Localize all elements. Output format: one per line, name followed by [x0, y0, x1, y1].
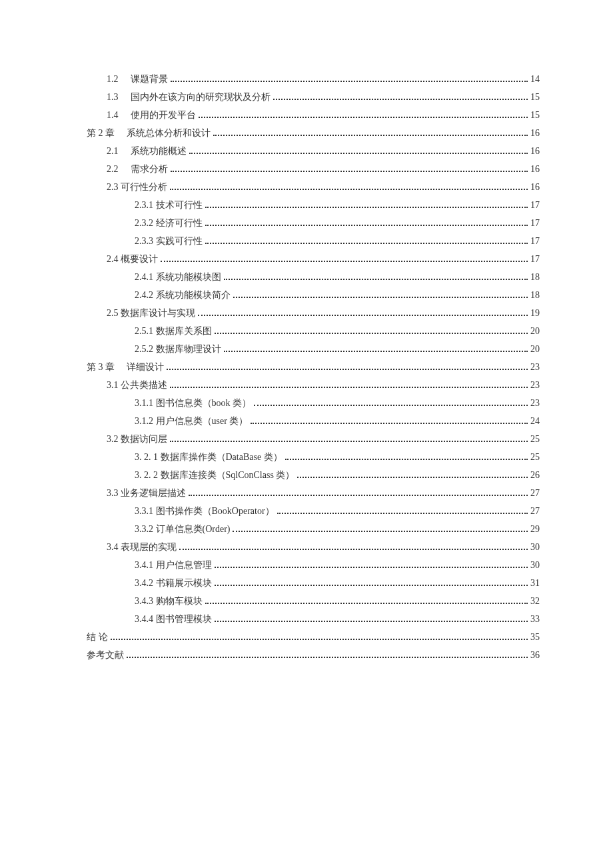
toc-entry: 2.3 可行性分析16	[87, 181, 540, 193]
toc-leader-dots	[224, 351, 528, 352]
toc-title: 3.4 表现层的实现	[107, 541, 177, 553]
toc-page-number: 29	[530, 524, 540, 535]
toc-title: 2.4.2 系统功能模块简介	[135, 289, 231, 301]
toc-entry: 3.3 业务逻辑层描述27	[87, 487, 540, 499]
toc-number: 2.1	[107, 146, 119, 157]
toc-title: 参考文献	[87, 649, 124, 661]
toc-entry: 3. 2. 2 数据库连接类（SqlConClass 类）26	[87, 469, 540, 481]
toc-leader-dots	[171, 81, 528, 82]
toc-title: 2.4 概要设计	[107, 253, 158, 265]
toc-page-number: 16	[530, 182, 540, 193]
toc-leader-dots	[215, 333, 528, 334]
toc-page-number: 20	[530, 326, 540, 337]
toc-page-number: 16	[530, 146, 540, 157]
toc-leader-dots	[167, 369, 528, 370]
toc-leader-dots	[189, 153, 528, 154]
toc-leader-dots	[273, 99, 528, 100]
toc-leader-dots	[161, 261, 528, 262]
toc-title: 2.3.1 技术可行性	[135, 199, 203, 211]
toc-title: 2.5.2 数据库物理设计	[135, 343, 221, 355]
toc-title: 使用的开发平台	[131, 109, 196, 121]
toc-entry: 结 论35	[87, 631, 540, 643]
toc-leader-dots	[297, 477, 528, 478]
toc-entry: 2.4.2 系统功能模块简介18	[87, 289, 540, 301]
toc-leader-dots	[171, 171, 528, 172]
toc-leader-dots	[170, 189, 528, 190]
toc-page-number: 25	[530, 434, 540, 445]
toc-entry: 1.3国内外在该方向的研究现状及分析15	[87, 91, 540, 103]
toc-title: 课题背景	[131, 73, 168, 85]
toc-entry: 3.4.4 图书管理模块33	[87, 613, 540, 625]
toc-title: 2.3 可行性分析	[107, 181, 167, 193]
toc-entry: 3.4.3 购物车模块32	[87, 595, 540, 607]
toc-entry: 2.5.1 数据库关系图20	[87, 325, 540, 337]
toc-title: 详细设计	[127, 361, 164, 373]
toc-title: 3.1 公共类描述	[107, 379, 167, 391]
toc-page-number: 30	[530, 542, 540, 553]
toc-leader-dots	[205, 243, 528, 244]
toc-page-number: 31	[530, 578, 540, 589]
toc-number: 第 3 章	[87, 361, 115, 373]
toc-leader-dots	[127, 657, 528, 658]
toc-title: 3.2 数据访问层	[107, 433, 167, 445]
toc-title: 国内外在该方向的研究现状及分析	[131, 91, 271, 103]
toc-title: 3.3.1 图书操作类（BookOperator）	[135, 505, 275, 517]
toc-leader-dots	[213, 135, 528, 136]
toc-leader-dots	[277, 513, 528, 514]
toc-page-number: 17	[530, 200, 540, 211]
toc-entry: 第 3 章详细设计23	[87, 361, 540, 373]
toc-leader-dots	[189, 495, 528, 496]
toc-entry: 2.3.3 实践可行性17	[87, 235, 540, 247]
toc-entry: 3.3.1 图书操作类（BookOperator）27	[87, 505, 540, 517]
toc-entry: 2.5 数据库设计与实现19	[87, 307, 540, 319]
toc-title: 3.1.1 图书信息类（book 类）	[135, 397, 251, 409]
toc-number: 1.2	[107, 74, 119, 85]
toc-number: 第 2 章	[87, 127, 115, 139]
toc-leader-dots	[170, 387, 528, 388]
toc-leader-dots	[224, 279, 528, 280]
toc-leader-dots	[233, 297, 528, 298]
toc-leader-dots	[254, 405, 528, 406]
toc-page-number: 36	[530, 650, 540, 661]
toc-leader-dots	[205, 207, 528, 208]
toc-entry: 3.4.2 书籍展示模块31	[87, 577, 540, 589]
table-of-contents: 1.2课题背景141.3国内外在该方向的研究现状及分析151.4使用的开发平台1…	[87, 73, 540, 661]
toc-page-number: 18	[530, 290, 540, 301]
toc-leader-dots	[199, 117, 528, 118]
toc-entry: 3.4 表现层的实现30	[87, 541, 540, 553]
toc-entry: 1.2课题背景14	[87, 73, 540, 85]
toc-title: 3.1.2 用户信息类（user 类）	[135, 415, 248, 427]
toc-entry: 3.1 公共类描述23	[87, 379, 540, 391]
toc-page-number: 20	[530, 344, 540, 355]
toc-entry: 3.1.2 用户信息类（user 类）24	[87, 415, 540, 427]
toc-title: 系统总体分析和设计	[127, 127, 211, 139]
toc-page-number: 16	[530, 128, 540, 139]
toc-page-number: 14	[530, 74, 540, 85]
toc-entry: 2.4 概要设计17	[87, 253, 540, 265]
toc-entry: 2.3.2 经济可行性17	[87, 217, 540, 229]
toc-number: 1.4	[107, 110, 119, 121]
toc-entry: 3.2 数据访问层25	[87, 433, 540, 445]
toc-entry: 2.1系统功能概述16	[87, 145, 540, 157]
toc-title: 系统功能概述	[131, 145, 187, 157]
toc-title: 2.3.3 实践可行性	[135, 235, 203, 247]
toc-entry: 3.3.2 订单信息类(Order)29	[87, 523, 540, 535]
toc-title: 2.5.1 数据库关系图	[135, 325, 212, 337]
toc-entry: 3. 2. 1 数据库操作类（DataBase 类）25	[87, 451, 540, 463]
toc-entry: 参考文献36	[87, 649, 540, 661]
toc-page-number: 17	[530, 254, 540, 265]
toc-page-number: 23	[530, 398, 540, 409]
toc-page-number: 32	[530, 596, 540, 607]
toc-page-number: 15	[530, 110, 540, 121]
toc-title: 3.3 业务逻辑层描述	[107, 487, 186, 499]
toc-entry: 2.2需求分析16	[87, 163, 540, 175]
toc-page-number: 17	[530, 236, 540, 247]
toc-title: 3.4.4 图书管理模块	[135, 613, 212, 625]
toc-title: 3. 2. 1 数据库操作类（DataBase 类）	[135, 451, 283, 463]
toc-entry: 3.1.1 图书信息类（book 类）23	[87, 397, 540, 409]
toc-leader-dots	[215, 567, 528, 568]
toc-leader-dots	[111, 639, 528, 640]
toc-number: 2.2	[107, 164, 119, 175]
toc-leader-dots	[205, 603, 528, 604]
toc-leader-dots	[251, 423, 528, 424]
